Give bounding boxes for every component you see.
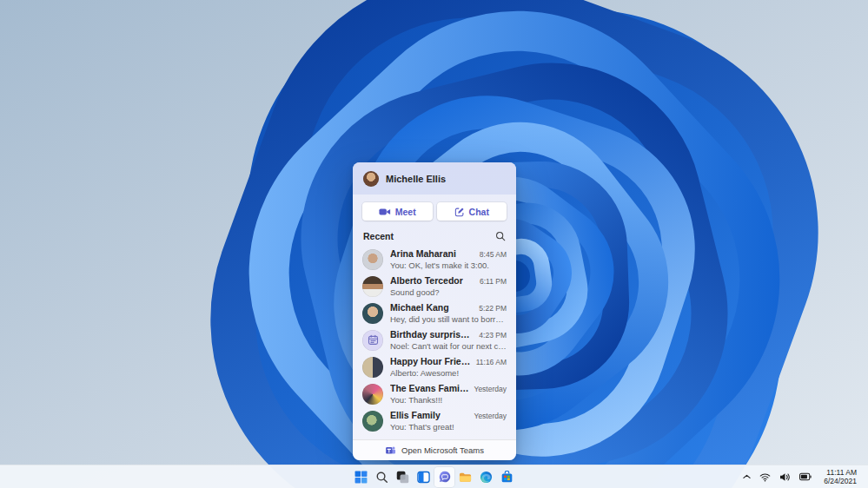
conversation-preview: Noel: Can't wait for our next catch up! <box>390 341 507 351</box>
chat-button-taskbar[interactable] <box>434 467 454 487</box>
task-view-button[interactable] <box>393 467 413 487</box>
edge-icon <box>480 471 493 484</box>
conversation-preview: You: That's great! <box>390 422 507 432</box>
teams-chat-flyout: Michelle Ellis Meet Chat Recent <box>353 162 516 460</box>
conversation-time: 6:11 PM <box>480 277 507 286</box>
system-tray: 11:11 AM 6/24/2021 <box>740 465 868 488</box>
recent-header: Recent <box>353 221 516 244</box>
chat-button-label: Chat <box>469 207 489 217</box>
meet-button-label: Meet <box>395 207 416 217</box>
folder-icon <box>459 471 472 484</box>
conversation-row-ellis[interactable]: Ellis Family Yesterday You: That's great… <box>353 407 516 434</box>
task-view-icon <box>396 471 409 484</box>
conversation-preview: Alberto: Awesome! <box>390 368 507 378</box>
windows-logo-icon <box>354 471 368 484</box>
conversation-time: 8:45 AM <box>480 250 507 259</box>
search-button[interactable] <box>372 467 392 487</box>
conversation-name: Alberto Tercedor <box>390 275 463 286</box>
search-icon[interactable] <box>495 231 506 241</box>
battery-button[interactable] <box>797 467 814 486</box>
user-avatar <box>363 171 379 187</box>
taskbar-center-icons <box>351 465 518 488</box>
wifi-icon <box>759 472 771 482</box>
edge-browser-button[interactable] <box>476 467 496 487</box>
chat-bubble-icon <box>438 470 452 484</box>
store-icon <box>500 471 514 484</box>
chevron-up-icon <box>743 474 751 479</box>
meet-button[interactable]: Meet <box>362 202 433 221</box>
file-explorer-button[interactable] <box>455 467 475 487</box>
conversation-time: 4:23 PM <box>479 331 507 340</box>
conversation-time: Yesterday <box>474 385 507 393</box>
avatar-photo-family-outdoors <box>362 411 383 432</box>
widgets-button[interactable] <box>414 467 434 487</box>
action-buttons: Meet Chat <box>353 195 516 221</box>
widgets-icon <box>417 471 430 484</box>
conversation-list: Arina Maharani 8:45 AM You: OK, let's ma… <box>353 244 516 439</box>
conversation-time: 11:16 AM <box>476 358 507 366</box>
conversation-row-alberto[interactable]: Alberto Tercedor 6:11 PM Sound good? <box>353 273 516 300</box>
microsoft-store-button[interactable] <box>497 467 517 487</box>
chat-button[interactable]: Chat <box>437 202 507 221</box>
conversation-row-michael[interactable]: Michael Kang 5:22 PM Hey, did you still … <box>353 300 516 326</box>
taskbar-clock[interactable]: 11:11 AM 6/24/2021 <box>821 467 859 486</box>
network-status-button[interactable] <box>757 467 773 486</box>
conversation-row-evans[interactable]: The Evans Family of Supers Yesterday You… <box>353 380 516 407</box>
conversation-preview: You: OK, let's make it 3:00. <box>390 260 507 270</box>
avatar-group-photo-pair <box>362 357 383 378</box>
start-button[interactable] <box>351 467 371 487</box>
conversation-name: Ellis Family <box>390 410 441 420</box>
flyout-header: Michelle Ellis <box>353 162 516 195</box>
recent-label: Recent <box>363 231 394 241</box>
conversation-name: Michael Kang <box>390 302 449 313</box>
avatar-photo-woman-hijab <box>362 249 383 270</box>
calendar-icon <box>362 330 383 351</box>
user-name: Michelle Ellis <box>386 174 446 184</box>
conversation-preview: You: Thanks!!! <box>390 395 507 405</box>
avatar-photo-man-beard <box>362 276 383 297</box>
conversation-time: Yesterday <box>474 412 507 420</box>
conversation-row-birthday[interactable]: Birthday surprise for Mum 4:23 PM Noel: … <box>353 326 516 353</box>
open-teams-button[interactable]: Open Microsoft Teams <box>353 439 516 460</box>
conversation-row-happy-hour[interactable]: Happy Hour Friends 11:16 AM Alberto: Awe… <box>353 353 516 380</box>
compose-icon <box>454 207 465 217</box>
speaker-icon <box>779 472 791 482</box>
conversation-time: 5:22 PM <box>479 304 507 313</box>
search-icon <box>375 471 388 484</box>
battery-icon <box>799 472 812 481</box>
teams-logo-icon <box>385 445 396 456</box>
conversation-name: Happy Hour Friends <box>390 356 471 366</box>
conversation-preview: Hey, did you still want to borrow the no… <box>390 314 507 324</box>
video-camera-icon <box>379 207 391 217</box>
tray-overflow-button[interactable] <box>740 467 753 486</box>
volume-button[interactable] <box>777 467 793 486</box>
conversation-name: The Evans Family of Supers <box>390 383 469 393</box>
taskbar: 11:11 AM 6/24/2021 <box>0 465 868 488</box>
avatar-photo-man-dark-hair <box>362 303 383 324</box>
avatar-group-photo-colorful <box>362 384 383 405</box>
conversation-preview: Sound good? <box>390 287 507 297</box>
conversation-name: Birthday surprise for Mum <box>390 329 474 340</box>
clock-time: 11:11 AM <box>824 468 857 477</box>
clock-date: 6/24/2021 <box>824 477 857 485</box>
desktop: Michelle Ellis Meet Chat Recent <box>0 0 868 488</box>
conversation-row-arina[interactable]: Arina Maharani 8:45 AM You: OK, let's ma… <box>353 246 516 273</box>
open-teams-label: Open Microsoft Teams <box>401 445 484 455</box>
conversation-name: Arina Maharani <box>390 248 456 259</box>
